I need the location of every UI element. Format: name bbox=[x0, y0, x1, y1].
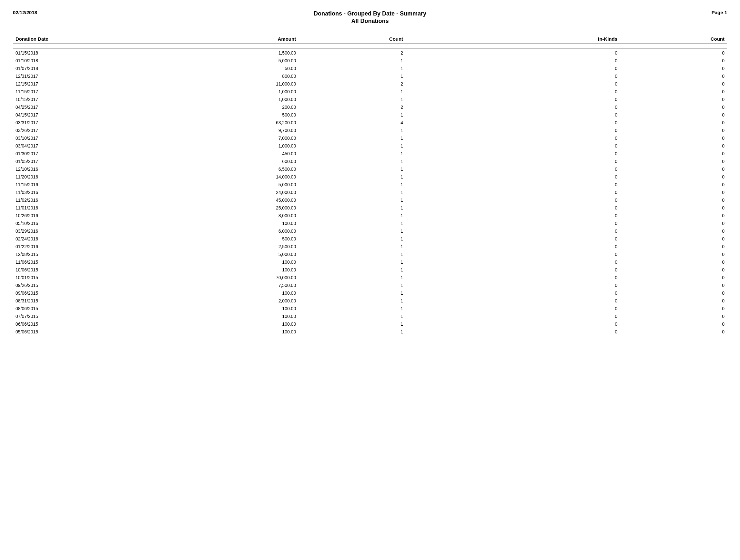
cell-inkinds: 0 bbox=[406, 111, 620, 119]
cell-date: 10/06/2015 bbox=[13, 266, 120, 274]
cell-inkinds: 0 bbox=[406, 165, 620, 173]
cell-date: 10/01/2015 bbox=[13, 274, 120, 281]
cell-inkinds: 0 bbox=[406, 80, 620, 88]
cell-inkinds: 0 bbox=[406, 281, 620, 289]
cell-amount: 8,000.00 bbox=[120, 212, 298, 219]
cell-amount: 2,000.00 bbox=[120, 297, 298, 305]
col-header-amount: Amount bbox=[120, 34, 298, 44]
cell-count1: 1 bbox=[298, 227, 406, 235]
cell-amount: 24,000.00 bbox=[120, 188, 298, 196]
cell-inkinds: 0 bbox=[406, 289, 620, 297]
cell-count2: 0 bbox=[620, 281, 727, 289]
cell-inkinds: 0 bbox=[406, 235, 620, 243]
cell-date: 03/10/2017 bbox=[13, 134, 120, 142]
cell-amount: 800.00 bbox=[120, 72, 298, 80]
cell-count1: 1 bbox=[298, 57, 406, 65]
table-row: 11/15/2017 1,000.00 1 0 0 bbox=[13, 88, 727, 96]
table-row: 11/01/2016 25,000.00 1 0 0 bbox=[13, 204, 727, 212]
cell-count1: 1 bbox=[298, 96, 406, 103]
cell-count2: 0 bbox=[620, 204, 727, 212]
cell-count1: 1 bbox=[298, 173, 406, 181]
cell-inkinds: 0 bbox=[406, 305, 620, 312]
cell-inkinds: 0 bbox=[406, 266, 620, 274]
cell-inkinds: 0 bbox=[406, 320, 620, 328]
cell-date: 03/04/2017 bbox=[13, 142, 120, 150]
table-row: 09/26/2015 7,500.00 1 0 0 bbox=[13, 281, 727, 289]
table-row: 08/06/2015 100.00 1 0 0 bbox=[13, 305, 727, 312]
header-divider bbox=[13, 44, 727, 49]
cell-count1: 1 bbox=[298, 142, 406, 150]
cell-inkinds: 0 bbox=[406, 72, 620, 80]
table-row: 12/31/2017 800.00 1 0 0 bbox=[13, 72, 727, 80]
cell-count1: 1 bbox=[298, 158, 406, 165]
cell-inkinds: 0 bbox=[406, 65, 620, 72]
table-row: 01/07/2018 50.00 1 0 0 bbox=[13, 65, 727, 72]
table-row: 11/03/2016 24,000.00 1 0 0 bbox=[13, 188, 727, 196]
cell-count2: 0 bbox=[620, 251, 727, 258]
cell-count1: 1 bbox=[298, 305, 406, 312]
column-headers: Donation Date Amount Count In-Kinds Coun… bbox=[13, 34, 727, 44]
table-row: 11/15/2016 5,000.00 1 0 0 bbox=[13, 181, 727, 188]
table-row: 01/30/2017 450.00 1 0 0 bbox=[13, 150, 727, 158]
cell-date: 11/03/2016 bbox=[13, 188, 120, 196]
table-row: 10/26/2016 8,000.00 1 0 0 bbox=[13, 212, 727, 219]
table-row: 11/02/2016 45,000.00 1 0 0 bbox=[13, 196, 727, 204]
cell-date: 08/06/2015 bbox=[13, 305, 120, 312]
table-row: 05/06/2015 100.00 1 0 0 bbox=[13, 328, 727, 336]
cell-amount: 100.00 bbox=[120, 266, 298, 274]
cell-count2: 0 bbox=[620, 320, 727, 328]
cell-count2: 0 bbox=[620, 274, 727, 281]
table-row: 12/15/2017 11,000.00 2 0 0 bbox=[13, 80, 727, 88]
report-date: 02/12/2018 bbox=[13, 10, 37, 15]
cell-count1: 1 bbox=[298, 289, 406, 297]
cell-count2: 0 bbox=[620, 80, 727, 88]
cell-inkinds: 0 bbox=[406, 204, 620, 212]
cell-date: 01/05/2017 bbox=[13, 158, 120, 165]
cell-amount: 6,500.00 bbox=[120, 165, 298, 173]
table-row: 01/05/2017 600.00 1 0 0 bbox=[13, 158, 727, 165]
cell-date: 01/07/2018 bbox=[13, 65, 120, 72]
report-title: Donations - Grouped By Date - Summary bbox=[13, 10, 727, 18]
cell-count2: 0 bbox=[620, 289, 727, 297]
table-row: 10/01/2015 70,000.00 1 0 0 bbox=[13, 274, 727, 281]
table-row: 09/06/2015 100.00 1 0 0 bbox=[13, 289, 727, 297]
table-row: 01/10/2018 5,000.00 1 0 0 bbox=[13, 57, 727, 65]
cell-inkinds: 0 bbox=[406, 243, 620, 251]
col-header-date: Donation Date bbox=[13, 34, 120, 44]
table-row: 05/10/2016 100.00 1 0 0 bbox=[13, 219, 727, 227]
cell-amount: 5,000.00 bbox=[120, 57, 298, 65]
page-number: Page 1 bbox=[712, 10, 727, 15]
cell-count1: 1 bbox=[298, 243, 406, 251]
cell-count1: 1 bbox=[298, 88, 406, 96]
cell-amount: 70,000.00 bbox=[120, 274, 298, 281]
cell-count2: 0 bbox=[620, 297, 727, 305]
cell-date: 01/10/2018 bbox=[13, 57, 120, 65]
cell-amount: 25,000.00 bbox=[120, 204, 298, 212]
cell-date: 11/15/2017 bbox=[13, 88, 120, 96]
cell-date: 10/15/2017 bbox=[13, 96, 120, 103]
report-header: 02/12/2018 Donations - Grouped By Date -… bbox=[13, 10, 727, 24]
cell-amount: 6,000.00 bbox=[120, 227, 298, 235]
table-row: 03/29/2016 6,000.00 1 0 0 bbox=[13, 227, 727, 235]
cell-inkinds: 0 bbox=[406, 134, 620, 142]
col-header-count2: Count bbox=[620, 34, 727, 44]
cell-date: 11/02/2016 bbox=[13, 196, 120, 204]
cell-count2: 0 bbox=[620, 328, 727, 336]
cell-inkinds: 0 bbox=[406, 150, 620, 158]
cell-date: 05/10/2016 bbox=[13, 219, 120, 227]
cell-amount: 200.00 bbox=[120, 103, 298, 111]
cell-count2: 0 bbox=[620, 103, 727, 111]
cell-amount: 5,000.00 bbox=[120, 181, 298, 188]
cell-date: 11/01/2016 bbox=[13, 204, 120, 212]
cell-count1: 2 bbox=[298, 103, 406, 111]
cell-count2: 0 bbox=[620, 305, 727, 312]
cell-amount: 1,000.00 bbox=[120, 142, 298, 150]
cell-count2: 0 bbox=[620, 196, 727, 204]
cell-count2: 0 bbox=[620, 57, 727, 65]
table-row: 12/08/2015 5,000.00 1 0 0 bbox=[13, 251, 727, 258]
cell-amount: 100.00 bbox=[120, 219, 298, 227]
table-row: 04/25/2017 200.00 2 0 0 bbox=[13, 103, 727, 111]
cell-count1: 1 bbox=[298, 72, 406, 80]
cell-inkinds: 0 bbox=[406, 188, 620, 196]
cell-amount: 63,200.00 bbox=[120, 119, 298, 126]
